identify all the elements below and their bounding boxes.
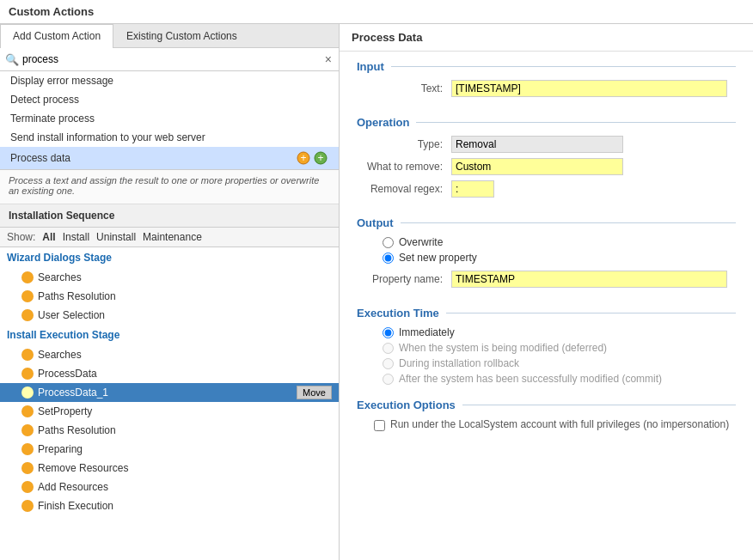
right-panel: Process Data Input Text: Operation Type:… <box>340 24 753 560</box>
remove-install-icon <box>21 461 34 475</box>
window-title: Custom Actions <box>0 0 753 24</box>
deferred-radio-item: When the system is being modified (defer… <box>383 342 736 354</box>
what-to-remove-input[interactable] <box>451 158 623 175</box>
tree-item-processdata1-install[interactable]: ProcessData_1 Move <box>0 383 339 402</box>
tree-area: Wizard Dialogs Stage Searches Paths Reso… <box>0 247 339 560</box>
main-container: Custom Actions Add Custom Action Existin… <box>0 0 753 560</box>
commit-radio[interactable] <box>383 374 394 385</box>
tab-existing-custom-actions[interactable]: Existing Custom Actions <box>113 24 250 47</box>
processdata-install-icon <box>21 367 34 380</box>
processdata1-install-label: ProcessData_1 <box>38 387 297 399</box>
install-stage-header: Install Execution Stage <box>0 325 339 345</box>
immediately-radio[interactable] <box>383 327 394 338</box>
impersonation-checkbox-label: Run under the LocalSystem account with f… <box>374 418 736 431</box>
tree-item-processdata-install[interactable]: ProcessData <box>0 364 339 383</box>
removal-regex-input[interactable] <box>451 180 494 198</box>
tree-item-remove-install[interactable]: Remove Resources <box>0 459 339 478</box>
finish-install-icon <box>21 499 34 513</box>
paths-install-icon <box>21 423 34 437</box>
tree-item-setproperty-install[interactable]: SetProperty <box>0 402 339 421</box>
search-bar: 🔍 × <box>0 48 339 71</box>
overwrite-radio[interactable] <box>383 237 394 248</box>
add-install-label: Add Resources <box>38 481 332 493</box>
tree-item-preparing-install[interactable]: Preparing <box>0 440 339 459</box>
tree-item-searches-wizard[interactable]: Searches <box>0 268 339 287</box>
action-item-process-data[interactable]: Process data + + <box>0 147 339 169</box>
show-bar: Show: All Install Uninstall Maintenance <box>0 228 339 247</box>
action-description: Process a text and assign the result to … <box>0 170 339 204</box>
removal-regex-label: Removal regex: <box>357 183 451 195</box>
search-clear-button[interactable]: × <box>323 52 334 66</box>
processdata1-install-icon <box>21 386 34 399</box>
impersonation-text: Run under the LocalSystem account with f… <box>390 418 729 430</box>
show-label: Show: <box>7 231 35 243</box>
tree-item-paths-install[interactable]: Paths Resolution <box>0 421 339 440</box>
execution-options-title: Execution Options <box>357 399 736 411</box>
text-field-row: Text: <box>357 80 736 97</box>
paths-install-label: Paths Resolution <box>38 424 332 436</box>
add-action-icon[interactable]: + <box>296 150 311 166</box>
add-install-icon <box>21 480 34 494</box>
show-maintenance[interactable]: Maintenance <box>143 231 202 243</box>
content-area: Add Custom Action Existing Custom Action… <box>0 24 753 560</box>
property-name-label: Property name: <box>357 273 451 285</box>
what-to-remove-field-row: What to remove: <box>357 158 736 175</box>
operation-section-title: Operation <box>357 116 736 129</box>
immediately-label: Immediately <box>399 326 455 338</box>
rollback-label: During installation rollback <box>399 357 519 369</box>
wizard-stage-header: Wizard Dialogs Stage <box>0 247 339 268</box>
paths-wizard-label: Paths Resolution <box>38 290 332 302</box>
set-new-property-radio-item: Set new property <box>383 252 736 264</box>
execution-options-section: Execution Options Run under the LocalSys… <box>340 390 753 436</box>
property-name-field-row: Property name: <box>357 271 736 288</box>
output-section: Output Overwrite Set new property Proper… <box>340 208 753 298</box>
sequence-section: Installation Sequence Show: All Install … <box>0 204 339 560</box>
type-input[interactable] <box>451 136 623 153</box>
action-item-display-error[interactable]: Display error message <box>0 71 339 90</box>
action-item-send-install[interactable]: Send install information to your web ser… <box>0 128 339 147</box>
preparing-install-icon <box>21 442 34 456</box>
tree-item-add-install[interactable]: Add Resources <box>0 478 339 496</box>
tab-add-custom-action[interactable]: Add Custom Action <box>0 24 113 48</box>
sequence-title: Installation Sequence <box>0 204 339 228</box>
impersonation-checkbox[interactable] <box>374 420 385 431</box>
tree-item-finish-install[interactable]: Finish Execution <box>0 496 339 515</box>
what-to-remove-label: What to remove: <box>357 161 451 173</box>
execution-time-radio-group: Immediately When the system is being mod… <box>357 326 736 385</box>
remove-install-label: Remove Resources <box>38 462 332 474</box>
add-sequence-icon[interactable]: + <box>313 150 328 166</box>
finish-install-label: Finish Execution <box>38 500 332 512</box>
set-new-property-radio[interactable] <box>383 253 394 264</box>
deferred-radio[interactable] <box>383 343 394 354</box>
operation-section: Operation Type: What to remove: Removal … <box>340 107 753 208</box>
property-name-input[interactable] <box>451 271 727 288</box>
overwrite-label: Overwrite <box>399 236 443 248</box>
searches-install-label: Searches <box>38 349 332 361</box>
output-section-title: Output <box>357 216 736 229</box>
show-all[interactable]: All <box>42 231 55 243</box>
type-label: Type: <box>357 138 451 150</box>
output-radio-group: Overwrite Set new property <box>357 236 736 264</box>
show-install[interactable]: Install <box>63 231 89 243</box>
rollback-radio[interactable] <box>383 358 394 369</box>
tree-item-paths-wizard[interactable]: Paths Resolution <box>0 287 339 306</box>
action-list: Display error message Detect process Ter… <box>0 71 339 170</box>
move-button[interactable]: Move <box>297 386 332 399</box>
show-uninstall[interactable]: Uninstall <box>96 231 136 243</box>
input-section-title: Input <box>357 60 736 73</box>
paths-wizard-icon <box>21 289 34 303</box>
text-label: Text: <box>357 82 451 94</box>
setproperty-install-icon <box>21 405 34 418</box>
text-input[interactable] <box>451 80 727 97</box>
set-new-property-label: Set new property <box>399 252 477 264</box>
tree-item-user-selection-wizard[interactable]: User Selection <box>0 306 339 325</box>
action-item-detect-process[interactable]: Detect process <box>0 90 339 109</box>
preparing-install-label: Preparing <box>38 443 332 455</box>
commit-label: After the system has been successfully m… <box>399 373 662 385</box>
tree-item-searches-install[interactable]: Searches <box>0 345 339 364</box>
tab-bar: Add Custom Action Existing Custom Action… <box>0 24 339 48</box>
user-selection-wizard-icon <box>21 308 34 322</box>
action-item-process-data-label: Process data <box>10 152 70 164</box>
action-item-terminate-process[interactable]: Terminate process <box>0 109 339 128</box>
search-input[interactable] <box>22 53 323 65</box>
